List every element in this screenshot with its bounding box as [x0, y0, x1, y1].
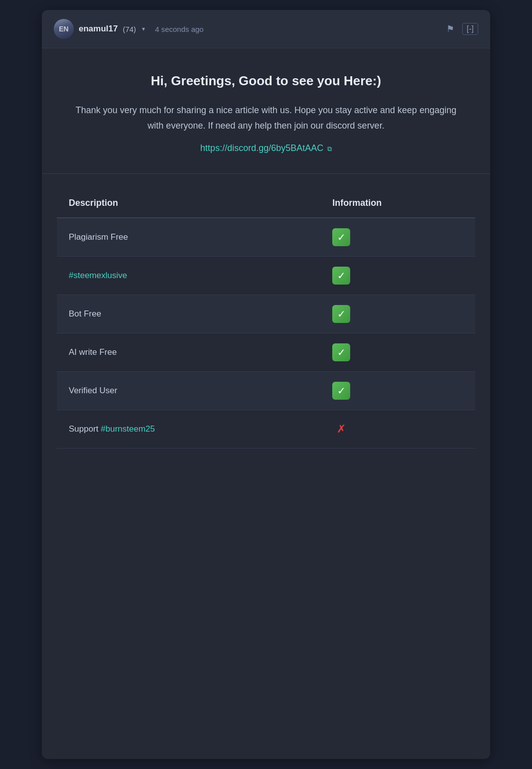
collapse-button[interactable]: [-]: [462, 23, 478, 35]
check-icon: ✓: [332, 382, 350, 400]
check-icon: ✓: [332, 267, 350, 285]
hashtag-link[interactable]: #burnsteem25: [101, 424, 155, 434]
body-text: Thank you very much for sharing a nice a…: [72, 103, 460, 133]
greeting-heading: Hi, Greetings, Good to see you Here:): [72, 73, 460, 89]
col-description-header: Description: [57, 189, 320, 218]
hashtag-link[interactable]: #steemexlusive: [69, 271, 127, 280]
info-table-section: Description Information Plagiarism Free✓…: [42, 174, 490, 463]
table-cell-description: Bot Free: [57, 295, 320, 333]
table-row: #steemexlusive✓: [57, 257, 475, 295]
reputation: (74): [123, 25, 136, 33]
table-header-row: Description Information: [57, 189, 475, 218]
check-icon: ✓: [332, 343, 350, 361]
discord-link[interactable]: https://discord.gg/6by5BAtAAC ⧉: [200, 143, 332, 153]
table-row: Plagiarism Free✓: [57, 218, 475, 257]
timestamp: 4 seconds ago: [155, 25, 441, 33]
dropdown-arrow-icon[interactable]: ▾: [142, 25, 145, 32]
avatar: EN: [54, 19, 74, 39]
table-cell-description: Verified User: [57, 372, 320, 410]
username[interactable]: enamul17: [79, 24, 118, 34]
table-cell-status: ✓: [320, 218, 475, 257]
check-icon: ✓: [332, 228, 350, 246]
post-content: Hi, Greetings, Good to see you Here:) Th…: [42, 48, 490, 174]
flag-icon[interactable]: ⚑: [446, 23, 454, 34]
check-icon: ✓: [332, 305, 350, 323]
post-card: EN enamul17 (74) ▾ 4 seconds ago ⚑ [-] H…: [42, 10, 490, 759]
info-table: Description Information Plagiarism Free✓…: [57, 189, 475, 449]
table-row: AI write Free✓: [57, 333, 475, 372]
cross-icon: ✗: [332, 420, 350, 438]
external-link-icon: ⧉: [325, 145, 332, 153]
post-header: EN enamul17 (74) ▾ 4 seconds ago ⚑ [-]: [42, 10, 490, 48]
table-cell-description: AI write Free: [57, 333, 320, 372]
table-row: Verified User✓: [57, 372, 475, 410]
table-cell-description: #steemexlusive: [57, 257, 320, 295]
table-cell-status: ✗: [320, 410, 475, 449]
col-information-header: Information: [320, 189, 475, 218]
table-cell-status: ✓: [320, 333, 475, 372]
table-row: Support #burnsteem25✗: [57, 410, 475, 449]
table-cell-status: ✓: [320, 295, 475, 333]
header-actions: ⚑ [-]: [446, 23, 478, 35]
table-row: Bot Free✓: [57, 295, 475, 333]
table-cell-status: ✓: [320, 372, 475, 410]
table-cell-status: ✓: [320, 257, 475, 295]
table-cell-description: Support #burnsteem25: [57, 410, 320, 449]
table-cell-description: Plagiarism Free: [57, 218, 320, 257]
